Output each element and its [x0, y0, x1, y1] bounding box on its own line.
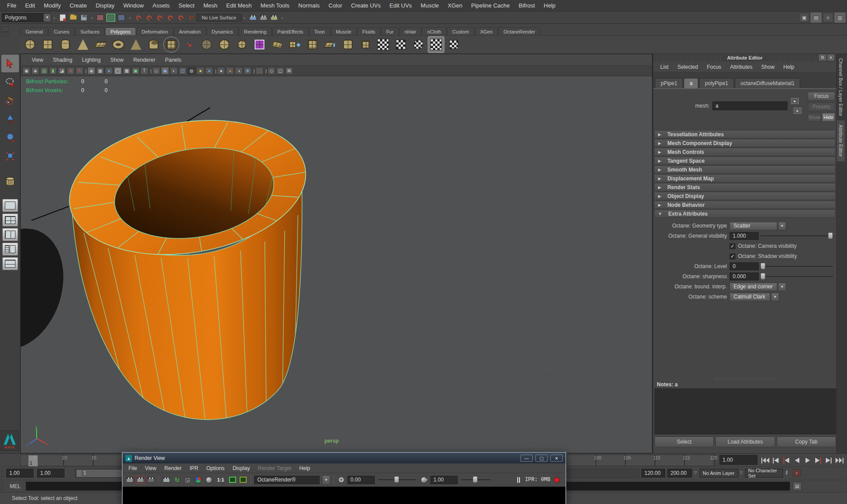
select-camera-icon[interactable]: ◉ — [23, 67, 30, 75]
main-menu-item[interactable]: Bifrost — [514, 1, 539, 10]
shelf-tab[interactable]: OctaneRender — [498, 27, 541, 35]
layout-split-pane-icon[interactable] — [2, 257, 18, 270]
animation-start-field[interactable]: 1.00 — [6, 469, 34, 478]
snap-view-plane-icon[interactable] — [176, 13, 185, 22]
render-view-menu-item[interactable]: File — [124, 464, 141, 472]
shelf-tab[interactable]: Animation — [174, 27, 206, 35]
poly-torus-icon[interactable] — [110, 37, 126, 52]
main-menu-item[interactable]: Edit Mesh — [222, 1, 256, 10]
hide-button[interactable]: Hide — [822, 113, 835, 122]
shelf-tab[interactable]: nCloth — [422, 27, 447, 35]
resolution-gate-icon[interactable]: ▦ — [96, 67, 104, 75]
combine-icon[interactable] — [305, 37, 320, 52]
group-collapse-icon[interactable]: › — [89, 15, 95, 20]
cut-faces-icon[interactable]: ◆ — [287, 37, 303, 52]
section-header[interactable]: ▶ Smooth Mesh — [654, 165, 836, 174]
attribute-editor-toggle-icon[interactable]: ▤ — [811, 13, 821, 22]
sharpness-field[interactable]: 0.000 — [730, 273, 759, 280]
render-view-menu-item[interactable]: Options — [203, 464, 229, 472]
step-back-frame-icon[interactable] — [771, 455, 781, 466]
show-button[interactable]: Show — [808, 113, 821, 122]
xray-icon[interactable]: ◇ — [267, 67, 275, 75]
alpha-channel-icon[interactable] — [204, 476, 213, 484]
shelf-arrow-icon[interactable] — [1, 33, 9, 36]
main-menu-item[interactable]: Mesh — [199, 1, 222, 10]
lock-camera-icon[interactable]: ◈ — [31, 67, 39, 75]
rotate-tool-icon[interactable] — [1, 129, 19, 146]
current-frame-marker[interactable]: 1 — [28, 455, 38, 467]
poly-pipe-icon[interactable] — [146, 37, 162, 52]
sharpness-slider[interactable] — [760, 276, 833, 277]
select-button[interactable]: Select — [655, 437, 714, 447]
swatch-out-icon[interactable]: ▸ — [791, 98, 799, 104]
quad-draw-icon[interactable]: ↘ — [181, 37, 197, 52]
main-menu-item[interactable]: Edit UVs — [385, 1, 417, 10]
main-menu-item[interactable]: File — [3, 1, 21, 10]
bevel-icon[interactable] — [340, 37, 356, 52]
render-view-menu-item[interactable]: Display — [229, 464, 254, 472]
use-lights-icon[interactable]: ◍ — [188, 67, 196, 75]
last-tool-icon[interactable] — [1, 173, 19, 190]
bookmarks-icon[interactable]: ▮ — [49, 67, 57, 75]
render-view-image-area[interactable] — [123, 486, 565, 504]
gamma-slider[interactable] — [461, 479, 490, 480]
bounding-box-icon[interactable]: ◐ — [170, 67, 178, 75]
render-view-menu-item[interactable]: Help — [295, 464, 314, 472]
playback-end-field[interactable]: 120.00 — [641, 469, 665, 478]
render-view-titlebar[interactable]: ▲ Render View — ▢ ✕ — [123, 453, 565, 463]
motion-blur-icon[interactable]: ◕ — [226, 67, 234, 75]
slider-handle[interactable] — [473, 476, 478, 483]
poly-cone-icon[interactable] — [75, 37, 91, 52]
make-live-icon[interactable] — [186, 13, 196, 22]
shadows-icon[interactable]: ● — [205, 67, 213, 75]
node-tab[interactable]: polyPipe1 — [699, 78, 734, 88]
octane-checker-icon[interactable] — [410, 37, 426, 52]
snap-projected-center-icon[interactable] — [165, 13, 175, 22]
main-menu-item[interactable]: Create — [65, 1, 91, 10]
renderer-dropdown[interactable]: OctaneRender® — [254, 476, 320, 484]
modeling-toolkit-toggle-icon[interactable]: ▣ — [799, 13, 809, 22]
region-render-icon[interactable]: ◲ — [183, 476, 192, 484]
poly-plane-icon[interactable] — [93, 37, 109, 52]
swatch-in-icon[interactable]: ▸ — [794, 108, 802, 114]
image-plane-icon[interactable]: ◪ — [58, 67, 66, 75]
octane-texture-icon[interactable] — [446, 37, 462, 52]
move-tool-icon[interactable] — [1, 110, 19, 128]
attribute-editor-menu-item[interactable]: Focus — [702, 63, 726, 71]
mesh-name-field[interactable]: a — [712, 101, 787, 110]
xray-joints-icon[interactable]: ◻ — [276, 67, 284, 75]
main-menu-item[interactable]: Muscle — [416, 1, 443, 10]
step-forward-frame-icon[interactable] — [824, 455, 834, 466]
play-backwards-icon[interactable] — [792, 455, 802, 466]
main-menu-item[interactable]: XGen — [443, 1, 467, 10]
step-forward-key-icon[interactable] — [813, 455, 823, 466]
script-editor-icon[interactable]: ▤ — [793, 482, 802, 490]
viewport-menu-item[interactable]: Panels — [160, 56, 186, 64]
main-menu-item[interactable]: Display — [91, 1, 119, 10]
section-header[interactable]: ▶ Mesh Controls — [654, 148, 836, 156]
viewport-menu-item[interactable]: Show — [105, 56, 128, 64]
slider-handle[interactable] — [760, 263, 765, 269]
rgb-channels-icon[interactable] — [194, 476, 203, 484]
render-icon[interactable] — [125, 476, 134, 484]
node-tab[interactable]: a — [684, 78, 698, 88]
float-panel-icon[interactable]: ⧉ — [819, 55, 826, 60]
main-menu-item[interactable]: Window — [119, 1, 148, 10]
smooth-cube-icon[interactable] — [252, 37, 267, 52]
occlusion-icon[interactable]: ● — [217, 67, 225, 75]
level-field[interactable]: 0 — [730, 262, 759, 270]
remove-image-icon[interactable] — [239, 476, 248, 484]
section-header[interactable]: ▶ Mesh Component Display — [654, 139, 836, 147]
attribute-editor-menu-item[interactable]: Selected — [673, 63, 703, 71]
chevron-down-icon[interactable]: ▽ — [740, 470, 743, 475]
safe-title-icon[interactable]: ▣ — [132, 67, 139, 75]
main-menu-item[interactable]: Create UVs — [346, 1, 385, 10]
shelf-tab[interactable]: General — [20, 27, 48, 35]
paint-select-tool-icon[interactable] — [1, 92, 19, 109]
chevron-down-icon[interactable]: ▼ — [778, 222, 786, 230]
main-menu-item[interactable]: Modify — [39, 1, 65, 10]
copy-tab-button[interactable]: Copy Tab — [777, 437, 836, 447]
lasso-tool-icon[interactable] — [1, 73, 19, 91]
ipr-render-icon[interactable] — [162, 476, 171, 484]
shelf-tab[interactable]: XGen — [475, 27, 498, 35]
